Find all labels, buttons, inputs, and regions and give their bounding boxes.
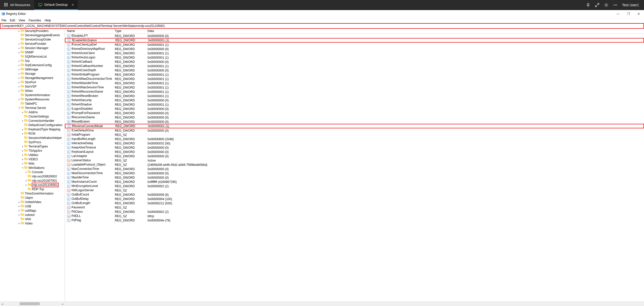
tree-item[interactable]: ▸StorageManagement [0, 76, 65, 80]
tree-item[interactable]: ▸StillImage [0, 67, 65, 71]
tree-item[interactable]: ▸usbstor [0, 213, 65, 217]
tree-item[interactable]: SessionArbitrationHelper [0, 136, 65, 140]
tree-expander-icon[interactable]: ▸ [18, 47, 21, 49]
col-header-type[interactable]: Type [113, 29, 146, 33]
value-row[interactable]: 011110fInheritCallbackNumberREG_DWORD0x0… [65, 64, 644, 68]
close-tab-icon[interactable]: × [72, 3, 74, 7]
value-row[interactable]: abNWLogonServerREG_SZ [65, 188, 644, 193]
user-label[interactable]: Test User1 [622, 3, 639, 7]
value-row[interactable]: 011110fInheritMaxSessionTimeREG_DWORD0x0… [65, 85, 644, 90]
value-row[interactable]: 011110PdClassREG_DWORD0x00000002 (2) [65, 210, 644, 214]
tree-item[interactable]: ▾WinStations [0, 166, 65, 170]
tree-expander-icon[interactable]: ▸ [18, 209, 21, 212]
tree-expander-icon[interactable]: ▸ [25, 179, 28, 182]
tree-item[interactable]: ServiceGroupOrder [0, 37, 65, 42]
tree-item[interactable]: RDP-Tcp [0, 187, 65, 191]
gear-icon[interactable] [604, 3, 609, 7]
address-input[interactable] [2, 24, 642, 28]
menu-help[interactable]: Help [45, 19, 51, 22]
tree-item[interactable]: ▸Srp [0, 59, 65, 63]
tree-item[interactable]: rdp-sxs200826002 [0, 174, 65, 178]
tree-item[interactable]: SysProcs [0, 140, 65, 144]
tree-item[interactable]: ▸Video [0, 221, 65, 225]
menu-file[interactable]: File [2, 19, 6, 22]
value-row[interactable]: 011110KeepAliveTimeoutREG_DWORD0x0000000… [65, 145, 644, 150]
tree-item[interactable]: ▸SystemResources [0, 97, 65, 101]
tree-expander-icon[interactable]: ▸ [25, 184, 28, 186]
tree-item[interactable]: ▸Wds [0, 161, 65, 166]
tree-item[interactable]: ▸SrpExtensionConfig [0, 63, 65, 67]
pin-icon[interactable] [586, 3, 590, 7]
expand-icon[interactable] [595, 3, 599, 7]
tree-expander-icon[interactable]: ▸ [21, 145, 24, 148]
tree-expander-icon[interactable]: ▸ [21, 128, 24, 131]
tree-item[interactable]: ▸StorPort [0, 80, 65, 84]
tree-expander-icon[interactable]: ▸ [21, 162, 24, 165]
tree-item[interactable]: ▸KeyboardType Mapping [0, 127, 65, 131]
tree-expander-icon[interactable]: ▸ [18, 77, 21, 79]
tree-expander-icon[interactable]: ▸ [21, 158, 24, 161]
value-row[interactable]: 011110InteractiveDelayREG_DWORD0x0000003… [65, 141, 644, 145]
value-row[interactable]: 011110fInheritResetBrokenREG_DWORD0x0000… [65, 94, 644, 98]
tree-expander-icon[interactable]: ▸ [18, 214, 21, 216]
value-row[interactable]: 011110MaxInstanceCountREG_DWORD0xfffffff… [65, 180, 644, 184]
tree-item[interactable]: ▸SecurityProviders [0, 29, 65, 33]
tree-item[interactable]: ▸RCM [0, 131, 65, 136]
tree-item[interactable]: SQMServiceList [0, 54, 65, 59]
tree-pane[interactable]: ▸SecurityProvidersServiceAggregatedEvent… [0, 29, 65, 301]
menu-favorites[interactable]: Favorites [29, 19, 41, 22]
value-row[interactable]: 011110LanAdapterREG_DWORD0x00000000 (0) [65, 154, 644, 158]
value-row[interactable]: 011110fInheritInitialProgramREG_DWORD0x0… [65, 72, 644, 77]
maximize-button[interactable]: ❐ [627, 12, 630, 16]
tree-item[interactable]: ▸Utilities [0, 153, 65, 157]
tree-h-scroll[interactable]: ◂ ▸ [0, 302, 65, 306]
tree-item[interactable]: ▸UnitedVideo [0, 200, 65, 204]
tree-expander-icon[interactable]: ▸ [21, 149, 24, 152]
value-row[interactable]: 011110fInheritShadowREG_DWORD0x00000001 … [65, 102, 644, 107]
value-row[interactable]: abPdDLLREG_SZtdtcp [65, 214, 644, 218]
tree-expander-icon[interactable]: ▸ [18, 98, 21, 101]
value-row[interactable]: 011110fInheritCallbackREG_DWORD0x0000000… [65, 60, 644, 64]
tree-expander-icon[interactable]: ▸ [18, 68, 21, 71]
value-row[interactable]: 011110fPromptForPasswordREG_DWORD0x00000… [65, 111, 644, 115]
value-row[interactable]: 011110fInheritAutoClientREG_DWORD0x00000… [65, 51, 644, 55]
tree-item[interactable]: Ubpm [0, 196, 65, 200]
tree-item[interactable]: SystemInformation [0, 93, 65, 97]
value-row[interactable]: abInitialProgramREG_SZ [65, 133, 644, 137]
tree-expander-icon[interactable]: ▸ [21, 120, 24, 122]
value-row[interactable]: abListenerStatusREG_SZActive [65, 158, 644, 163]
tree-expander-icon[interactable]: ▸ [18, 201, 21, 203]
col-header-data[interactable]: Data [146, 29, 644, 33]
value-row[interactable]: 011110OutBufDelayREG_DWORD0x00000064 (10… [65, 197, 644, 201]
value-row[interactable]: 011110fLogonDisabledREG_DWORD0x00000000 … [65, 107, 644, 111]
tree-expander-icon[interactable]: ▸ [21, 154, 24, 156]
tree-item[interactable]: TimeZoneInformation [0, 191, 65, 196]
tree-expander-icon[interactable]: ▸ [18, 81, 21, 84]
tree-expander-icon[interactable]: ▸ [18, 85, 21, 88]
tree-item[interactable]: ▸ConnectionHandler [0, 119, 65, 123]
tree-item[interactable]: ▸SNMP [0, 50, 65, 54]
tree-item[interactable]: ▸VIDEO [0, 157, 65, 161]
tree-item[interactable]: ▸USB [0, 204, 65, 208]
value-row[interactable]: 011110InputBufferLengthREG_DWORD0x000008… [65, 137, 644, 141]
value-row[interactable]: 011110fReconnectSameREG_DWORD0x00000000 … [65, 115, 644, 120]
tree-expander-icon[interactable]: ▸ [18, 43, 21, 45]
tree-expander-icon[interactable]: ▸ [18, 205, 21, 208]
tree-expander-icon[interactable]: ▾ [21, 167, 24, 169]
tree-item[interactable]: ▸StorVSP [0, 84, 65, 89]
col-header-name[interactable]: Name [65, 29, 113, 33]
value-row[interactable]: 011110fResetBrokenREG_DWORD0x00000000 (0… [65, 120, 644, 124]
value-row[interactable]: 011110fInheritSecurityREG_DWORD0x0000000… [65, 98, 644, 102]
value-row[interactable]: 011110PdFlagREG_DWORD0x0000004e (78) [65, 218, 644, 222]
tree-expander-icon[interactable]: ▸ [18, 60, 21, 62]
tree-item[interactable]: VAN [0, 217, 65, 221]
tab-all-resources[interactable]: All Resources [0, 0, 34, 10]
tree-expander-icon[interactable]: ▾ [18, 107, 21, 109]
value-row[interactable]: 011110fUseDefaultGinaREG_DWORD0x00000000… [65, 128, 644, 133]
value-row[interactable]: 011110MaxConnectionTimeREG_DWORD0x000000… [65, 167, 644, 171]
value-row[interactable]: 011110fEnableWinStationREG_DWORD0x000000… [65, 38, 644, 43]
more-icon[interactable] [613, 3, 618, 7]
value-row[interactable]: 011110MaxDisconnectionTimeREG_DWORD0x000… [65, 171, 644, 175]
tree-expander-icon[interactable]: ▸ [25, 171, 28, 173]
tree-item[interactable]: ▸Storage [0, 71, 65, 76]
